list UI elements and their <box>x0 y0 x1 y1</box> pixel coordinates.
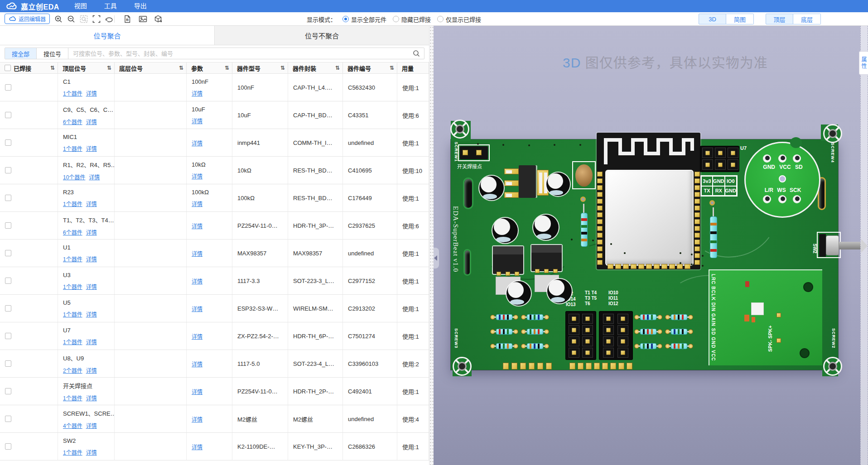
sort-icon[interactable]: ⇅ <box>50 65 55 71</box>
detail-link[interactable]: 详情 <box>86 394 97 402</box>
table-row[interactable]: U11个器件详情详情MAX98357MAX98357undefined使用:1 <box>0 240 429 267</box>
table-row[interactable]: C11个器件详情100nF详情100nFCAP-TH_L4.…C5632430使… <box>0 74 429 101</box>
soldered-checkbox[interactable] <box>5 84 11 91</box>
detail-link[interactable]: 详情 <box>86 228 97 236</box>
table-row[interactable]: SW21个器件详情详情K2-1109DE-…KEY-TH_3P-…C268632… <box>0 433 429 460</box>
detail-link[interactable]: 详情 <box>86 118 97 125</box>
detail-link[interactable]: 详情 <box>89 173 100 181</box>
search-scope-all[interactable]: 搜全部 <box>5 48 37 59</box>
soldered-checkbox[interactable] <box>5 139 11 146</box>
component-count-link[interactable]: 1个器件 <box>63 89 82 97</box>
menu-item-1[interactable]: 工具 <box>96 0 125 12</box>
sort-icon[interactable]: ⇅ <box>390 65 394 71</box>
detail-link[interactable]: 详情 <box>192 332 203 340</box>
bom-document-icon[interactable]: B <box>122 14 132 24</box>
detail-link[interactable]: 详情 <box>86 255 97 263</box>
component-count-link[interactable]: 1个器件 <box>63 283 82 290</box>
component-count-link[interactable]: 2个器件 <box>63 366 82 374</box>
properties-tab[interactable]: 属性 <box>859 51 868 75</box>
detail-link[interactable]: 详情 <box>192 305 203 312</box>
tab-ungrouped-designators[interactable]: 位号不聚合 <box>214 26 429 45</box>
detail-link[interactable]: 详情 <box>192 139 203 147</box>
detail-link[interactable]: 详情 <box>86 338 97 345</box>
detail-link[interactable]: 详情 <box>86 422 97 429</box>
table-row[interactable]: U51个器件详情详情ESP32-S3-W…WIRELM-SM…C2913202使… <box>0 295 429 322</box>
table-row[interactable]: C9、C5、C6、C…6个器件详情10uF详情10uFCAP-TH_BD…C43… <box>0 101 429 129</box>
soldered-checkbox[interactable] <box>5 333 11 339</box>
zoom-in-icon[interactable] <box>53 14 63 24</box>
sort-icon[interactable]: ⇅ <box>107 65 111 71</box>
panel-collapse-handle[interactable] <box>434 248 439 268</box>
component-count-link[interactable]: 6个器件 <box>63 228 82 236</box>
detail-link[interactable]: 详情 <box>86 310 97 318</box>
sort-icon[interactable]: ⇅ <box>225 65 229 71</box>
view-button-0[interactable]: 3D <box>699 14 726 24</box>
zoom-region-icon[interactable] <box>79 14 89 24</box>
component-count-link[interactable]: 4个器件 <box>63 422 82 429</box>
search-scope-designator[interactable]: 搜位号 <box>37 48 68 59</box>
sort-icon[interactable]: ⇅ <box>335 65 340 71</box>
zoom-out-icon[interactable] <box>66 14 76 24</box>
detail-link[interactable]: 详情 <box>192 415 203 423</box>
detail-link[interactable]: 详情 <box>86 89 97 97</box>
display-mode-radio-0[interactable]: 显示全部元件 <box>342 15 386 24</box>
table-row[interactable]: U8、U92个器件详情详情1117-5.0SOT-223-4_L…C339601… <box>0 350 429 378</box>
export-3d-icon[interactable] <box>153 14 163 24</box>
detail-link[interactable]: 详情 <box>192 172 203 180</box>
detail-link[interactable]: 详情 <box>192 360 203 368</box>
export-image-icon[interactable] <box>138 14 148 24</box>
table-row[interactable]: U31个器件详情详情1117-3.3SOT-223-3_L…C2977152使用… <box>0 267 429 295</box>
fit-screen-icon[interactable] <box>92 14 101 24</box>
soldered-checkbox[interactable] <box>5 305 11 312</box>
menu-item-0[interactable]: 视图 <box>66 0 96 12</box>
table-row[interactable]: T1、T2、T3、T4…6个器件详情详情PZ254V-11-0…HDR-TH_3… <box>0 212 429 240</box>
soldered-checkbox[interactable] <box>5 112 11 118</box>
search-input[interactable] <box>68 48 409 59</box>
component-count-link[interactable]: 6个器件 <box>63 118 82 125</box>
soldered-checkbox[interactable] <box>5 195 11 201</box>
layer-button-1[interactable]: 底层 <box>793 14 821 24</box>
soldered-checkbox[interactable] <box>5 167 11 173</box>
sort-icon[interactable]: ⇅ <box>280 65 285 71</box>
detail-link[interactable]: 详情 <box>192 200 203 207</box>
3d-viewport[interactable]: 3D 图仅供参考，具体以实物为准 SCREW1 SCREW4 SCREW3 SC… <box>434 26 868 465</box>
soldered-checkbox[interactable] <box>5 388 11 394</box>
detail-link[interactable]: 详情 <box>86 283 97 290</box>
table-row[interactable]: U71个器件详情详情ZX-PZ2.54-2-…HDR-TH_6P-…C75012… <box>0 322 429 350</box>
sort-icon[interactable]: ⇅ <box>179 65 183 71</box>
panel-resize-gutter[interactable] <box>429 26 434 465</box>
rotate-view-icon[interactable] <box>104 14 114 24</box>
detail-link[interactable]: 详情 <box>192 249 203 257</box>
table-row[interactable]: 开关焊接点1个器件详情详情PZ254V-11-0…HDR-TH_2P-…C492… <box>0 378 429 405</box>
detail-link[interactable]: 详情 <box>86 200 97 207</box>
soldered-checkbox[interactable] <box>5 360 11 367</box>
detail-link[interactable]: 详情 <box>192 117 203 125</box>
detail-link[interactable]: 详情 <box>192 277 203 285</box>
tab-grouped-designators[interactable]: 位号聚合 <box>0 26 214 45</box>
detail-link[interactable]: 详情 <box>86 366 97 374</box>
component-count-link[interactable]: 10个器件 <box>63 173 85 181</box>
layer-button-0[interactable]: 顶层 <box>766 14 793 24</box>
search-icon[interactable] <box>409 48 424 59</box>
display-mode-radio-2[interactable]: 仅显示已焊接 <box>437 15 481 24</box>
component-count-link[interactable]: 1个器件 <box>63 448 82 456</box>
soldered-checkbox[interactable] <box>5 222 11 229</box>
display-mode-radio-1[interactable]: 隐藏已焊接 <box>393 15 431 24</box>
component-count-link[interactable]: 1个器件 <box>63 338 82 345</box>
detail-link[interactable]: 详情 <box>192 388 203 395</box>
soldered-checkbox[interactable] <box>5 416 11 422</box>
detail-link[interactable]: 详情 <box>86 448 97 456</box>
table-row[interactable]: R231个器件详情100kΩ详情100kΩRES-TH_BD…C176449使用… <box>0 184 429 212</box>
table-row[interactable]: SCREW1、SCRE…4个器件详情详情M2螺丝M2螺丝undefined使用:… <box>0 405 429 433</box>
component-count-link[interactable]: 1个器件 <box>63 310 82 318</box>
detail-link[interactable]: 详情 <box>192 222 203 230</box>
table-row[interactable]: R1、R2、R4、R5…10个器件详情10kΩ详情10kΩRES-TH_BD…C… <box>0 157 429 184</box>
table-row[interactable]: MIC11个器件详情详情inmp441COMM-TH_I…undefined使用… <box>0 129 429 157</box>
detail-link[interactable]: 详情 <box>192 89 203 97</box>
component-count-link[interactable]: 1个器件 <box>63 394 82 402</box>
soldered-checkbox[interactable] <box>5 278 11 284</box>
component-count-link[interactable]: 1个器件 <box>63 255 82 263</box>
select-all-checkbox[interactable] <box>5 65 11 71</box>
view-button-1[interactable]: 简图 <box>726 14 754 24</box>
soldered-checkbox[interactable] <box>5 443 11 450</box>
